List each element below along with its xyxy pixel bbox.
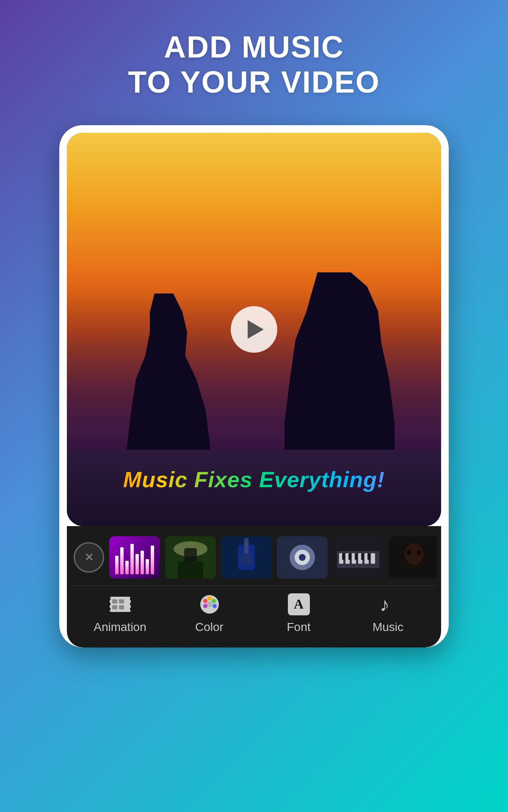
bottom-nav: Animation Color <box>71 585 437 643</box>
svg-rect-32 <box>108 603 110 605</box>
svg-rect-35 <box>130 603 133 605</box>
svg-point-45 <box>213 604 217 608</box>
svg-rect-31 <box>108 598 110 600</box>
svg-rect-39 <box>112 605 117 609</box>
svg-rect-23 <box>361 553 364 560</box>
svg-rect-24 <box>367 553 370 560</box>
close-button[interactable]: ✕ <box>74 542 104 573</box>
svg-rect-34 <box>130 598 133 600</box>
close-icon: ✕ <box>84 551 94 563</box>
svg-point-28 <box>407 550 411 555</box>
list-item[interactable] <box>277 536 328 579</box>
page-title: ADD MUSIC TO YOUR VIDEO <box>128 30 380 100</box>
guitar-scene-icon <box>221 536 272 579</box>
svg-rect-19 <box>371 553 375 564</box>
list-item[interactable] <box>165 536 216 579</box>
video-caption: Music Fixes Everything! <box>67 467 441 492</box>
music-nav-icon: ♪ <box>375 592 401 617</box>
svg-point-43 <box>207 596 212 601</box>
svg-rect-36 <box>130 608 133 610</box>
font-label: Font <box>287 620 310 634</box>
svg-rect-21 <box>348 553 351 560</box>
nav-item-font[interactable]: A Font <box>269 592 329 634</box>
abstract-icon <box>277 536 328 579</box>
music-label: Music <box>373 620 403 634</box>
svg-rect-37 <box>112 599 117 604</box>
animation-label: Animation <box>94 620 146 634</box>
svg-point-47 <box>207 601 213 607</box>
face-scene-icon <box>389 536 437 579</box>
list-item[interactable] <box>333 536 384 579</box>
svg-rect-3 <box>178 562 203 579</box>
svg-rect-30 <box>110 597 131 612</box>
animation-icon <box>108 592 133 617</box>
list-item[interactable] <box>389 536 437 579</box>
concert-scene-icon <box>165 536 216 579</box>
svg-point-11 <box>299 554 306 561</box>
font-icon: A <box>286 592 312 617</box>
toolbar: ✕ <box>67 526 441 647</box>
nav-item-animation[interactable]: Animation <box>91 592 150 634</box>
play-icon <box>248 320 264 339</box>
color-label: Color <box>195 620 224 634</box>
svg-rect-20 <box>342 553 345 560</box>
svg-rect-22 <box>355 553 357 560</box>
list-item[interactable] <box>221 536 272 579</box>
title-line2: TO YOUR VIDEO <box>128 65 380 100</box>
nav-item-music[interactable]: ♪ Music <box>359 592 418 634</box>
svg-point-44 <box>212 599 216 603</box>
svg-rect-40 <box>119 605 124 609</box>
color-icon <box>197 592 222 617</box>
svg-point-6 <box>240 553 253 566</box>
svg-rect-33 <box>108 608 110 610</box>
nav-item-color[interactable]: Color <box>180 592 239 634</box>
svg-text:♪: ♪ <box>380 593 389 615</box>
title-line1: ADD MUSIC <box>128 30 380 65</box>
keyboard-scene-icon <box>333 536 384 579</box>
svg-point-42 <box>203 599 207 603</box>
phone-frame: Music Fixes Everything! ✕ <box>59 125 449 647</box>
thumbnail-strip: ✕ <box>71 534 437 585</box>
list-item[interactable] <box>109 536 160 579</box>
svg-rect-7 <box>244 538 248 553</box>
music-bars-bg <box>109 536 160 579</box>
video-preview[interactable]: Music Fixes Everything! <box>67 133 441 526</box>
play-button[interactable] <box>231 306 277 353</box>
svg-point-29 <box>417 550 421 555</box>
svg-rect-38 <box>119 599 124 604</box>
